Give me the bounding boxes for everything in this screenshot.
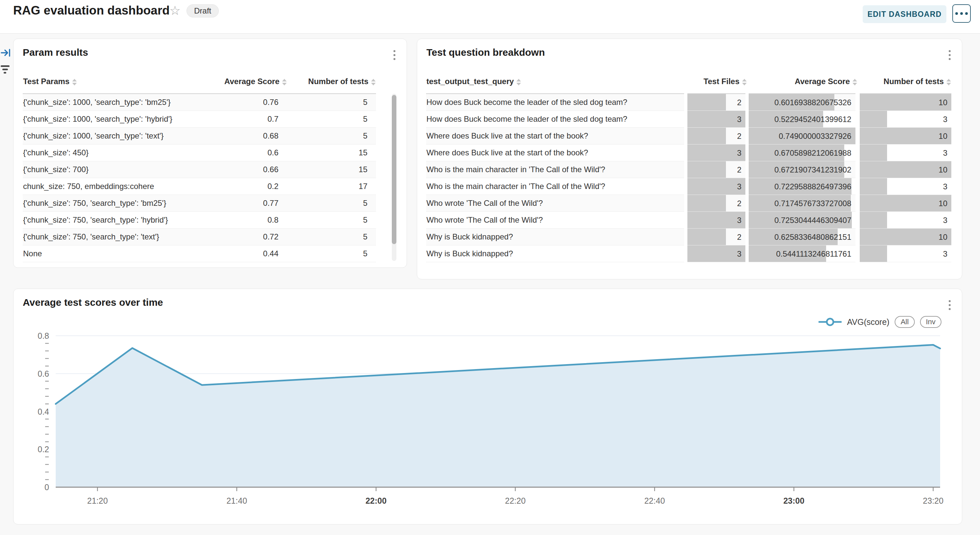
column-header-query[interactable]: test_output_test_query (426, 70, 686, 94)
cell-test-files: 3 (686, 144, 747, 161)
panel-title: Param results (23, 47, 88, 58)
data-bar (860, 161, 952, 178)
cell-average-score: 0.6016938820675326 (747, 94, 858, 110)
sort-icon (72, 79, 77, 85)
cell-number-of-tests: 3 (858, 178, 951, 195)
data-bar (687, 228, 726, 245)
column-header-average-score[interactable]: Average Score (205, 70, 287, 94)
cell-average-score: 0.8 (205, 211, 287, 228)
cell-test-params: {'chunk_size': 750, 'search_type': 'hybr… (23, 211, 205, 228)
column-header-number-of-tests[interactable]: Number of tests (287, 70, 376, 94)
svg-text:22:20: 22:20 (505, 496, 526, 505)
scrollbar-track[interactable] (392, 94, 396, 261)
cell-average-score: 0.76 (205, 94, 287, 110)
column-header-average-score[interactable]: Average Score (747, 70, 858, 94)
cell-test-files: 2 (686, 228, 747, 245)
table-row: {'chunk_size': 750, 'search_type': 'bm25… (23, 195, 376, 211)
table-row: Who is the main character in 'The Call o… (426, 178, 951, 195)
cell-query: How does Buck become the leader of the s… (426, 94, 686, 110)
data-bar (860, 228, 952, 245)
top-bar: RAG evaluation dashboard ☆ Draft EDIT DA… (0, 0, 980, 34)
cell-average-score: 0.5441113246811761 (747, 245, 858, 262)
cell-number-of-tests: 10 (858, 195, 951, 211)
data-bar (860, 195, 952, 211)
panel-menu-icon[interactable] (392, 49, 397, 61)
table-row: Who wrote 'The Call of the Wild'?20.7174… (426, 195, 951, 211)
more-options-button[interactable] (952, 4, 971, 23)
data-bar (687, 161, 726, 178)
cell-query: Why is Buck kidnapped? (426, 245, 686, 262)
scrollbar-thumb[interactable] (392, 95, 396, 244)
panel-menu-icon[interactable] (947, 49, 952, 61)
data-bar (687, 212, 745, 228)
cell-query: How does Buck become the leader of the s… (426, 110, 686, 127)
column-header-test-files[interactable]: Test Files (686, 70, 747, 94)
cell-number-of-tests: 10 (858, 127, 951, 144)
svg-text:23:00: 23:00 (783, 496, 804, 505)
question-breakdown-panel: Test question breakdown test_output_test… (417, 38, 962, 279)
svg-text:0.4: 0.4 (38, 407, 49, 416)
sort-icon (947, 79, 951, 85)
cell-number-of-tests: 17 (287, 178, 376, 195)
cell-average-score: 0.6705898212061988 (747, 144, 858, 161)
cell-number-of-tests: 3 (858, 211, 951, 228)
edit-dashboard-button[interactable]: EDIT DASHBOARD (863, 5, 947, 23)
ellipsis-icon (955, 12, 958, 15)
cell-test-files: 3 (686, 211, 747, 228)
cell-average-score: 0.2 (205, 178, 287, 195)
param-results-table: Test Params Average Score Number of test… (23, 70, 376, 262)
column-header-number-of-tests[interactable]: Number of tests (858, 70, 951, 94)
data-bar (860, 111, 888, 127)
cell-query: Who wrote 'The Call of the Wild'? (426, 211, 686, 228)
sort-icon (853, 79, 857, 85)
data-bar (687, 94, 726, 110)
expand-panel-icon[interactable] (1, 48, 11, 59)
table-row: Why is Buck kidnapped?20.625833648086215… (426, 228, 951, 245)
data-bar (860, 178, 888, 195)
param-results-panel: Param results Test Params Average Score … (13, 38, 407, 268)
cell-test-params: {'chunk_size': 750, 'search_type': 'text… (23, 228, 205, 245)
cell-test-files: 2 (686, 127, 747, 144)
cell-test-files: 3 (686, 110, 747, 127)
cell-average-score: 0.7 (205, 110, 287, 127)
cell-query: Where does Buck live at the start of the… (426, 127, 686, 144)
cell-test-params: {'chunk_size': 750, 'search_type': 'bm25… (23, 195, 205, 211)
cell-number-of-tests: 15 (287, 144, 376, 161)
cell-number-of-tests: 5 (287, 211, 376, 228)
column-header-test-params[interactable]: Test Params (23, 70, 205, 94)
table-row: None0.445 (23, 245, 376, 262)
sort-icon (371, 79, 375, 85)
sort-icon (282, 79, 287, 85)
table-row: Who is the main character in 'The Call o… (426, 161, 951, 178)
favorite-star-icon[interactable]: ☆ (169, 3, 181, 18)
svg-text:22:40: 22:40 (644, 496, 665, 505)
table-row: {'chunk_size': 1000, 'search_type': 'hyb… (23, 110, 376, 127)
cell-test-files: 2 (686, 161, 747, 178)
cell-number-of-tests: 5 (287, 110, 376, 127)
filter-icon[interactable] (0, 65, 10, 76)
svg-text:23:20: 23:20 (923, 496, 944, 505)
cell-number-of-tests: 15 (287, 161, 376, 178)
data-bar (860, 245, 888, 262)
cell-average-score: 0.77 (205, 195, 287, 211)
cell-number-of-tests: 3 (858, 110, 951, 127)
data-bar (860, 128, 952, 144)
cell-query: Why is Buck kidnapped? (426, 228, 686, 245)
cell-test-params: {'chunk_size': 700} (23, 161, 205, 178)
table-row: {'chunk_size': 450}0.615 (23, 144, 376, 161)
table-row: {'chunk_size': 700}0.6615 (23, 161, 376, 178)
cell-number-of-tests: 5 (287, 195, 376, 211)
data-bar (687, 178, 745, 195)
table-row: {'chunk_size': 750, 'search_type': 'hybr… (23, 211, 376, 228)
cell-number-of-tests: 3 (858, 245, 951, 262)
cell-average-score: 0.6 (205, 144, 287, 161)
cell-test-params: {'chunk_size': 1000, 'search_type': 'tex… (23, 127, 205, 144)
data-bar (687, 128, 726, 144)
cell-test-files: 3 (686, 178, 747, 195)
cell-number-of-tests: 5 (287, 228, 376, 245)
svg-text:0.2: 0.2 (38, 445, 49, 454)
table-row: {'chunk_size': 1000, 'search_type': 'bm2… (23, 94, 376, 110)
table-row: Where does Buck live at the start of the… (426, 144, 951, 161)
cell-average-score: 0.7174576733727008 (747, 195, 858, 211)
table-row: Where does Buck live at the start of the… (426, 127, 951, 144)
